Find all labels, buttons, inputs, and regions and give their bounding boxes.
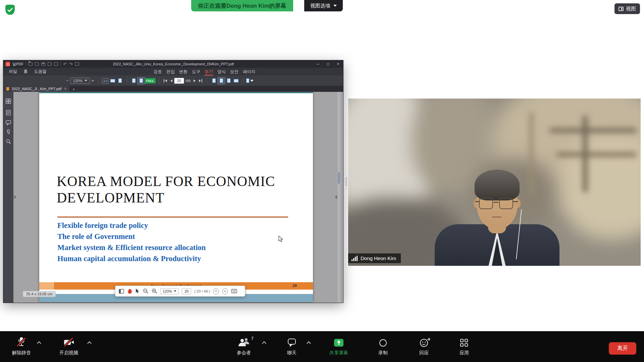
pdf-side-rail — [3, 92, 13, 303]
minimize-button[interactable]: ─ — [313, 60, 323, 68]
zoom-in-icon[interactable] — [152, 288, 157, 294]
previous-page-button[interactable] — [169, 79, 174, 82]
glasses-arm — [513, 201, 518, 202]
close-button[interactable]: × — [333, 60, 343, 68]
participant-hair — [475, 170, 520, 200]
app-name: 알PDF — [12, 62, 23, 67]
unmute-button[interactable]: 解除静音 — [5, 337, 38, 356]
rotate-dropdown-button[interactable] — [246, 77, 254, 84]
reactions-button[interactable]: 回应 — [410, 337, 438, 356]
document-tab[interactable]: 2022_NASC_Ji...Kim_PPT.pdf × — [3, 86, 69, 92]
menu-review[interactable]: 검토 — [154, 68, 162, 75]
next-page-button[interactable] — [192, 79, 197, 82]
record-button[interactable]: 录制 — [369, 337, 397, 356]
send-icon[interactable] — [54, 62, 58, 66]
single-page-mode-button[interactable] — [130, 77, 138, 84]
menu-page[interactable]: 페이지 — [243, 68, 256, 75]
comments-icon[interactable] — [6, 120, 11, 125]
menu-help[interactable]: 도움말 — [34, 68, 47, 75]
sidebar-toggle-icon[interactable] — [119, 289, 124, 294]
continuous-mode-button[interactable] — [138, 77, 145, 84]
menu-home[interactable]: 홈 — [23, 68, 28, 75]
menu-security[interactable]: 보안 — [230, 68, 238, 75]
last-page-button[interactable] — [197, 79, 204, 82]
attachments-icon[interactable] — [6, 129, 11, 135]
pdf-titlebar[interactable]: 알PDF ↶ ↷ 2022_NASC_Jilin_Univ_Korea_Econ… — [3, 60, 343, 68]
float-zoom-dropdown[interactable]: 120% — [160, 288, 179, 294]
triangle-right-icon — [194, 79, 196, 82]
search-icon[interactable] — [6, 139, 11, 144]
fit-width-button[interactable] — [109, 77, 116, 84]
participants-button[interactable]: 7 参会者 — [225, 337, 262, 356]
full-screen-button[interactable]: FULL — [145, 78, 156, 83]
zoom-out-button[interactable]: − — [64, 78, 70, 83]
zoom-level-value: 120% — [73, 79, 83, 83]
zoom-level-dropdown[interactable]: 120% — [70, 78, 90, 84]
view-button[interactable]: 视图 — [614, 3, 640, 14]
slide-title: KOREA MODEL FOR ECONOMIC DEVELOPMENT — [57, 173, 275, 206]
layout-grid-button[interactable] — [232, 77, 240, 84]
menu-edit[interactable]: 편집 — [166, 68, 175, 75]
layout-grid-icon — [234, 79, 238, 82]
share-screen-button[interactable]: 共享屏幕 — [322, 337, 356, 356]
next-page-circle-button[interactable] — [222, 288, 228, 294]
previous-page-circle-button[interactable] — [213, 288, 219, 294]
tab-close-button[interactable]: × — [64, 86, 66, 91]
pdf-menubar: 파일 홈 도움말 검토 편집 변환 도구 보기 양식 보안 페이지 — [3, 68, 343, 75]
open-folder-icon[interactable] — [29, 62, 33, 66]
view-options-dropdown[interactable]: 视图选项 — [304, 0, 343, 11]
new-tab-button[interactable]: + — [69, 87, 78, 92]
panel-collapse-arrow[interactable] — [335, 195, 337, 199]
menu-view-active[interactable]: 보기 — [205, 68, 213, 75]
hand-tool-icon[interactable] — [127, 288, 132, 294]
menu-file[interactable]: 파일 — [9, 68, 17, 75]
fit-page-button[interactable] — [116, 77, 124, 84]
maximize-button[interactable]: □ — [323, 60, 333, 68]
video-options-chevron[interactable] — [87, 341, 92, 346]
security-shield-icon[interactable] — [5, 5, 15, 15]
view-options-label: 视图选项 — [310, 3, 330, 9]
slide-top-border — [39, 92, 313, 93]
divider — [60, 62, 61, 66]
undo-icon[interactable]: ↶ — [63, 62, 67, 66]
collapsed-panel-handle[interactable] — [344, 175, 347, 189]
first-page-button[interactable] — [162, 79, 169, 82]
vertical-scrollbar[interactable] — [337, 92, 340, 303]
bookmarks-icon[interactable] — [6, 110, 11, 115]
float-page-input[interactable]: 20 — [182, 288, 191, 294]
glasses-right-lens — [499, 198, 513, 209]
chevron-up-icon — [215, 290, 217, 293]
leave-meeting-button[interactable]: 离开 — [609, 342, 636, 355]
share-screen-label: 共享屏幕 — [329, 350, 348, 356]
menu-forms[interactable]: 양식 — [217, 68, 226, 75]
select-tool-icon[interactable] — [135, 288, 140, 294]
start-video-button[interactable]: 开启视频 — [50, 337, 87, 356]
actual-size-button[interactable]: 1:1 — [102, 78, 109, 83]
participants-options-chevron[interactable] — [262, 341, 266, 346]
chat-options-chevron[interactable] — [307, 341, 311, 346]
participant-video-feed[interactable]: Dong Heon Kim — [348, 99, 641, 266]
zoom-in-button[interactable]: + — [90, 78, 96, 83]
redo-icon[interactable]: ↷ — [69, 62, 73, 66]
thumbnails-icon[interactable] — [6, 99, 11, 104]
email-icon[interactable] — [41, 62, 45, 66]
record-label: 录制 — [378, 350, 388, 356]
layout-continuous-button[interactable] — [218, 77, 225, 84]
scrollbar-thumb[interactable] — [338, 172, 340, 184]
apps-label: 应用 — [460, 350, 469, 356]
checkmark-icon — [7, 7, 13, 12]
layout-two-up-button[interactable] — [225, 77, 232, 84]
print-icon[interactable] — [48, 62, 52, 66]
apps-button[interactable]: 应用 — [450, 337, 478, 356]
zoom-out-icon[interactable] — [143, 288, 149, 294]
keyboard-icon[interactable] — [231, 289, 237, 293]
save-icon[interactable] — [35, 62, 39, 66]
pin-icon[interactable] — [75, 62, 79, 66]
chat-button[interactable]: 聊天 — [278, 337, 305, 356]
sidebar-expand-arrow[interactable] — [14, 195, 16, 199]
layout-single-button[interactable] — [210, 77, 218, 84]
menu-tools[interactable]: 도구 — [192, 68, 200, 75]
divider — [243, 78, 243, 84]
menu-convert[interactable]: 변환 — [179, 68, 187, 75]
page-number-input[interactable]: 20 — [174, 78, 184, 84]
